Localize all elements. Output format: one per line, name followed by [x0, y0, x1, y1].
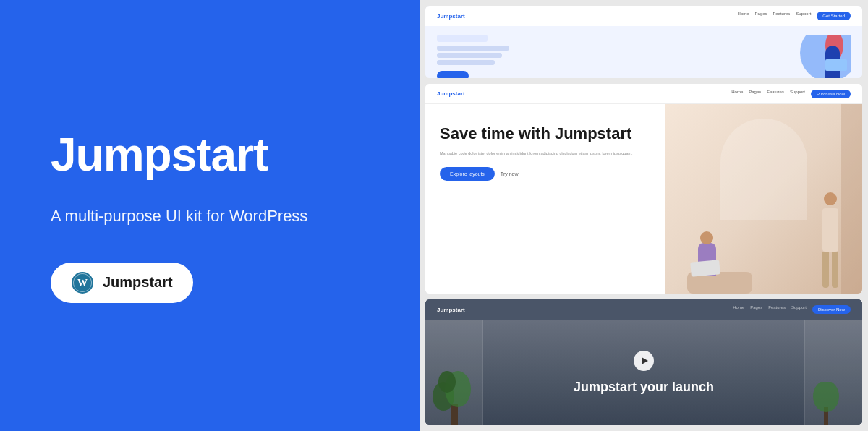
- play-button[interactable]: [634, 351, 654, 371]
- screenshot-card-blue: Jumpstart Home Pages Features Support Ge…: [425, 6, 862, 78]
- card-blue-nav-support: Support: [796, 12, 811, 20]
- brand-title: Jumpstart: [51, 128, 369, 182]
- card-white-nav-cta: Purchase Now: [811, 90, 851, 98]
- card-dark-nav-pages: Pages: [750, 305, 762, 314]
- screenshot-card-white: Jumpstart Home Pages Features Support Pu…: [425, 84, 862, 294]
- card-blue-illustration: [793, 35, 851, 78]
- card-dark-bg: [425, 320, 862, 425]
- card-white-logo: Jumpstart: [437, 90, 465, 97]
- card-dark-nav: Jumpstart Home Pages Features Support Di…: [425, 299, 862, 320]
- left-panel: Jumpstart A multi-purpose UI kit for Wor…: [0, 0, 420, 431]
- card-white-nav-pages: Pages: [749, 90, 761, 98]
- card-dark-nav-support: Support: [791, 305, 807, 314]
- card-blue-nav-home: Home: [738, 12, 749, 20]
- svg-text:W: W: [77, 278, 88, 289]
- card-blue-nav: Jumpstart Home Pages Features Support Ge…: [425, 6, 862, 26]
- card-dark-inner: Jumpstart Home Pages Features Support Di…: [425, 299, 862, 425]
- arch-shape: [720, 119, 807, 220]
- card-white-cta[interactable]: Explore layouts: [440, 167, 495, 181]
- card-blue-nav-features: Features: [773, 12, 791, 20]
- card-dark-body: Jumpstart your launch: [425, 320, 862, 425]
- svg-point-7: [813, 382, 839, 412]
- card-blue-logo: Jumpstart: [437, 13, 465, 20]
- card-blue-body: [425, 26, 862, 78]
- screenshot-card-dark: Jumpstart Home Pages Features Support Di…: [425, 299, 862, 425]
- card-white-nav: Jumpstart Home Pages Features Support Pu…: [425, 84, 862, 104]
- card-dark-heading: Jumpstart your launch: [574, 380, 714, 395]
- wp-label: Jumpstart: [103, 274, 173, 291]
- plant-right: [812, 382, 841, 425]
- wordpress-icon: W: [71, 271, 94, 294]
- person-sitting: [687, 221, 745, 294]
- card-dark-nav-links: Home Pages Features Support Discover Now: [733, 305, 851, 314]
- wordpress-badge: W Jumpstart: [51, 263, 193, 303]
- card-white-link[interactable]: Try now: [501, 171, 519, 176]
- card-white-heading: Save time with Jumpstart: [440, 124, 651, 143]
- right-panel: Jumpstart Home Pages Features Support Ge…: [420, 0, 868, 431]
- card-blue-nav-pages: Pages: [755, 12, 767, 20]
- card-dark-nav-cta: Discover Now: [812, 305, 851, 314]
- card-dark-nav-home: Home: [733, 305, 744, 314]
- person-standing: [820, 192, 841, 294]
- card-dark-nav-features: Features: [768, 305, 786, 314]
- brand-subtitle: A multi-purpose UI kit for WordPress: [51, 205, 369, 228]
- card-white-nav-support: Support: [790, 90, 805, 98]
- card-dark-logo: Jumpstart: [437, 307, 465, 313]
- plant-left: [433, 367, 476, 425]
- card-blue-text: [437, 35, 781, 78]
- card-white-hero-right: [665, 104, 862, 294]
- card-white-desc: Manuabie code dolor iste, dolor enim an …: [440, 150, 651, 156]
- card-white-hero-left: Save time with Jumpstart Manuabie code d…: [425, 104, 665, 294]
- card-white-inner: Jumpstart Home Pages Features Support Pu…: [425, 84, 862, 294]
- play-icon: [642, 357, 648, 364]
- card-white-hero: Save time with Jumpstart Manuabie code d…: [425, 104, 862, 294]
- card-blue-nav-links: Home Pages Features Support Get Started: [738, 12, 851, 20]
- svg-point-5: [438, 371, 456, 393]
- card-white-btn-row: Explore layouts Try now: [440, 167, 651, 181]
- card-white-nav-features: Features: [767, 90, 784, 98]
- card-white-nav-home: Home: [731, 90, 743, 98]
- card-blue-nav-cta: Get Started: [817, 12, 851, 20]
- card-white-nav-links: Home Pages Features Support Purchase Now: [731, 90, 851, 98]
- card-blue-inner: Jumpstart Home Pages Features Support Ge…: [425, 6, 862, 78]
